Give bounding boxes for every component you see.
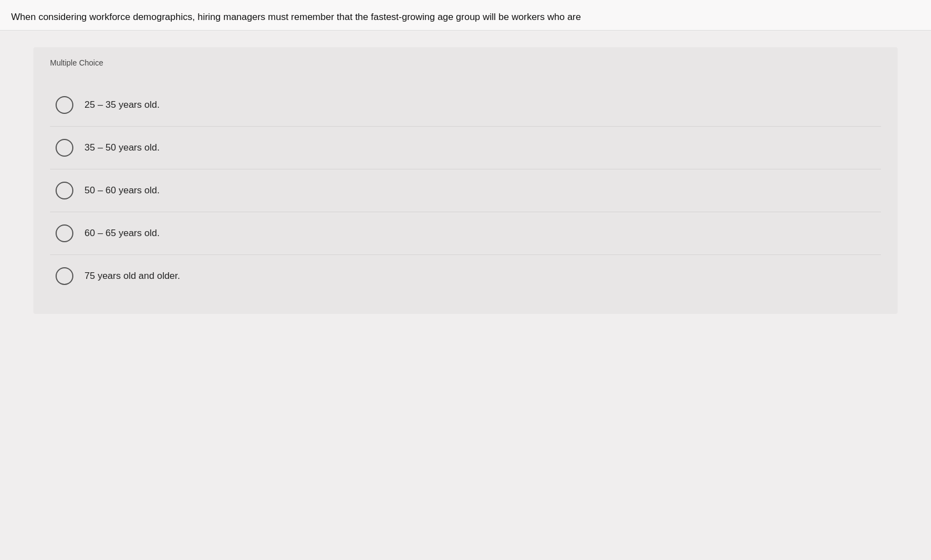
option-label-5: 75 years old and older. [84, 271, 180, 282]
radio-circle-2 [56, 139, 73, 157]
option-label-1: 25 – 35 years old. [84, 99, 160, 111]
radio-circle-1 [56, 96, 73, 114]
option-item-3[interactable]: 50 – 60 years old. [50, 169, 881, 212]
options-list: 25 – 35 years old.35 – 50 years old.50 –… [50, 84, 881, 297]
option-item-2[interactable]: 35 – 50 years old. [50, 127, 881, 169]
radio-circle-3 [56, 182, 73, 199]
option-item-1[interactable]: 25 – 35 years old. [50, 84, 881, 127]
option-item-5[interactable]: 75 years old and older. [50, 255, 881, 297]
question-type-label: Multiple Choice [50, 58, 881, 67]
question-text: When considering workforce demographics,… [0, 0, 931, 31]
option-label-3: 50 – 60 years old. [84, 185, 160, 196]
radio-circle-5 [56, 267, 73, 285]
option-item-4[interactable]: 60 – 65 years old. [50, 212, 881, 255]
option-label-2: 35 – 50 years old. [84, 142, 160, 153]
question-container: Multiple Choice 25 – 35 years old.35 – 5… [33, 47, 898, 314]
option-label-4: 60 – 65 years old. [84, 228, 160, 239]
radio-circle-4 [56, 224, 73, 242]
